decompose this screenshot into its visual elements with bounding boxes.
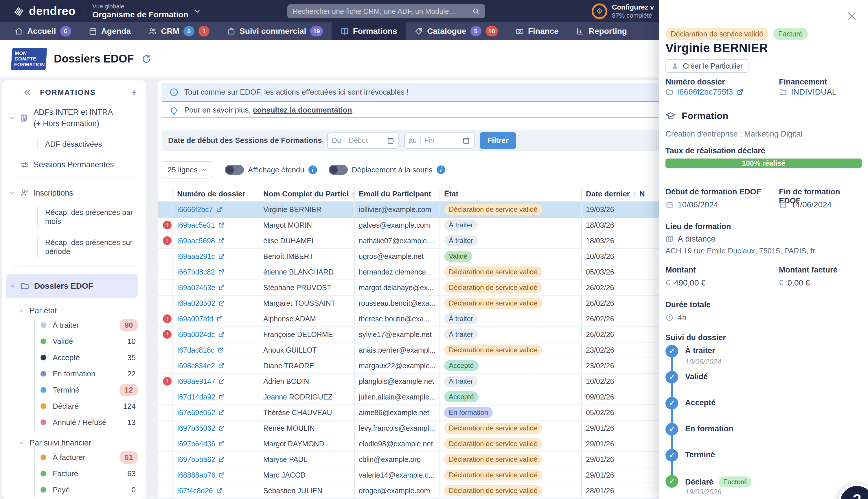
dossier-link[interactable]: I667bd8c82 (177, 268, 225, 276)
sidebar-item-sessions-permanentes[interactable]: Sessions Permanentes (20, 160, 138, 169)
sort-icon[interactable]: ▲▼ (633, 191, 635, 197)
dossier-link[interactable]: I67f4c8d26 (177, 487, 223, 495)
check-icon: ✓ (665, 371, 678, 384)
info-icon[interactable]: i (308, 166, 317, 174)
dossier-link[interactable]: I697b5ba62 (177, 455, 225, 464)
sidebar-group-par-etat[interactable]: Par état (19, 306, 138, 315)
chevron-down-icon (9, 115, 15, 121)
header-email[interactable]: Email du Participant (354, 186, 440, 202)
view-switcher[interactable]: Vue globale Organisme de Formation (92, 3, 201, 20)
toggle-label: Affichage étendu (248, 166, 304, 174)
sidebar-filter-item[interactable]: Annulé / Refusé 13 (34, 414, 138, 430)
dossier-link[interactable]: I67dac818c (177, 346, 224, 354)
tag-icon (414, 27, 423, 36)
nav-finance[interactable]: Finance (506, 22, 567, 40)
nav-formations[interactable]: Formations (332, 22, 406, 40)
calendar-icon (665, 201, 674, 209)
nav-label: Reporting (589, 27, 627, 36)
dossier-link[interactable]: I69bac5698 (177, 236, 225, 245)
nav-crm[interactable]: CRM 5 1 (139, 22, 218, 40)
sidebar-filter-item[interactable]: À facturer 61 (34, 449, 138, 465)
sidebar-filter-item[interactable]: Accepté 35 (34, 350, 138, 366)
sidebar-filter-item[interactable]: Déclaré 124 (34, 398, 138, 414)
dossier-link[interactable]: I69bac5e31 (177, 221, 225, 229)
dossier-link[interactable]: I69a020502 (177, 299, 225, 307)
nav-agenda[interactable]: Agenda (80, 22, 140, 40)
nav-reporting[interactable]: Reporting (567, 22, 636, 40)
dossier-link[interactable]: I698c834e2 (177, 362, 225, 370)
refresh-icon[interactable] (142, 54, 151, 64)
toggle-switch[interactable] (225, 165, 244, 175)
pin-sidebar-icon[interactable] (130, 88, 138, 97)
filter-count: 22 (127, 369, 136, 378)
sidebar-filter-item[interactable]: Facturé 63 (34, 465, 138, 482)
header-nom[interactable]: Nom Complet du Partici▲▼ (259, 186, 354, 202)
sidebar-filter-item[interactable]: À traiter 90 (34, 317, 138, 333)
filter-label: À traiter (53, 321, 120, 330)
close-icon[interactable] (846, 10, 858, 22)
dossier-link[interactable]: I697b64d36 (177, 440, 225, 448)
setup-progress[interactable]: ⚙ Configurez v 87% complété (592, 3, 654, 20)
filter-count: 90 (120, 319, 138, 331)
participant-name: Virginie BERNIER (263, 205, 321, 214)
sidebar-item-adfs[interactable]: ADFs INTER et INTRA (+ Hors Formation) (9, 107, 138, 129)
brand-logo[interactable]: dendreo (13, 5, 75, 17)
etat-badge: À traiter (444, 235, 478, 246)
nav-suivi-commercial[interactable]: Suivi commercial 19 (218, 22, 332, 40)
filter-label: Payé (53, 485, 132, 494)
rows-per-page-select[interactable]: 25 lignes (162, 161, 213, 179)
sidebar-item-adf-desactivees[interactable]: ADF désactivées (37, 138, 138, 150)
debut-value: 10/06/2024 (677, 200, 718, 209)
calendar-icon[interactable] (462, 137, 470, 144)
sidebar-filter-item[interactable]: Payé 0 (34, 482, 138, 498)
header-numero[interactable]: Numéro de dossier (173, 186, 259, 202)
create-particulier-button[interactable]: Créer le Particulier (665, 59, 748, 73)
collapse-sidebar-icon[interactable] (23, 88, 32, 97)
nav-badge: 1 (198, 26, 209, 36)
dossier-link[interactable]: I69aaa291c (177, 252, 225, 260)
check-icon: ✓ (665, 345, 678, 357)
global-search[interactable] (287, 4, 485, 18)
sidebar-item-recap-mois[interactable]: Récap. des présences par mois (37, 206, 138, 228)
search-input[interactable] (293, 7, 472, 16)
header-etat[interactable]: État (440, 186, 582, 202)
dossier-link[interactable]: I69a02453e (177, 283, 225, 292)
dossier-link[interactable]: I68888ab76 (177, 471, 225, 479)
dossier-link[interactable]: I67d14da92 (177, 393, 225, 401)
alert-icon: ! (163, 314, 172, 323)
chevron-down-icon (19, 440, 24, 446)
dossier-link[interactable]: I698ae9147 (177, 377, 225, 386)
sidebar-group-par-suivi[interactable]: Par suivi financier (19, 439, 138, 448)
nav-accueil[interactable]: Accueil 6 (6, 22, 80, 40)
participant-name: Marc JACOB (263, 471, 306, 479)
rows-per-page-value: 25 lignes (168, 166, 198, 174)
step-date: 19/03/2026 (685, 488, 721, 496)
filter-button[interactable]: Filtrer (480, 132, 516, 149)
sidebar-item-recap-periode[interactable]: Récap. des présences sur période (37, 236, 138, 258)
sidebar-filter-item[interactable]: En formation 22 (34, 366, 138, 382)
chevron-down-icon (9, 190, 15, 196)
dossier-link[interactable]: I69a0024dc (177, 330, 225, 339)
nav-catalogue[interactable]: Catalogue 5 10 (406, 22, 506, 40)
calendar-icon[interactable] (387, 137, 394, 144)
header-date[interactable]: Date dernier▲▼ (582, 186, 635, 202)
participant-name: Sébastien JULIEN (263, 487, 322, 495)
documentation-link[interactable]: consultez la documentation (253, 106, 352, 114)
sidebar-item-inscriptions[interactable]: Inscriptions (9, 188, 138, 197)
info-icon[interactable]: i (437, 166, 445, 174)
sidebar-filter-item[interactable]: Validé 10 (34, 333, 138, 350)
search-icon[interactable] (472, 7, 480, 15)
dossier-number-link[interactable]: I6666f2bc755f3 (665, 87, 779, 97)
sidebar-item-dossiers-edof[interactable]: Dossiers EDOF (6, 274, 138, 298)
dossier-link[interactable]: I67e69e052 (177, 409, 225, 417)
dossier-link[interactable]: I69a007afd (177, 315, 223, 323)
toggle-switch[interactable] (329, 165, 348, 175)
date-start-input[interactable] (349, 136, 383, 145)
dossier-timeline: ✓ À traiter 10/06/2024 ✓ Validé (665, 345, 861, 499)
dossier-link[interactable]: I6666f2bc7 (177, 205, 223, 214)
last-date: 26/02/26 (586, 283, 614, 292)
sidebar-filter-item[interactable]: Terminé 12 (34, 382, 138, 398)
date-end-input[interactable] (424, 136, 459, 145)
dossier-link[interactable]: I697b65062 (177, 424, 225, 433)
sort-icon[interactable]: ▲▼ (352, 191, 354, 197)
